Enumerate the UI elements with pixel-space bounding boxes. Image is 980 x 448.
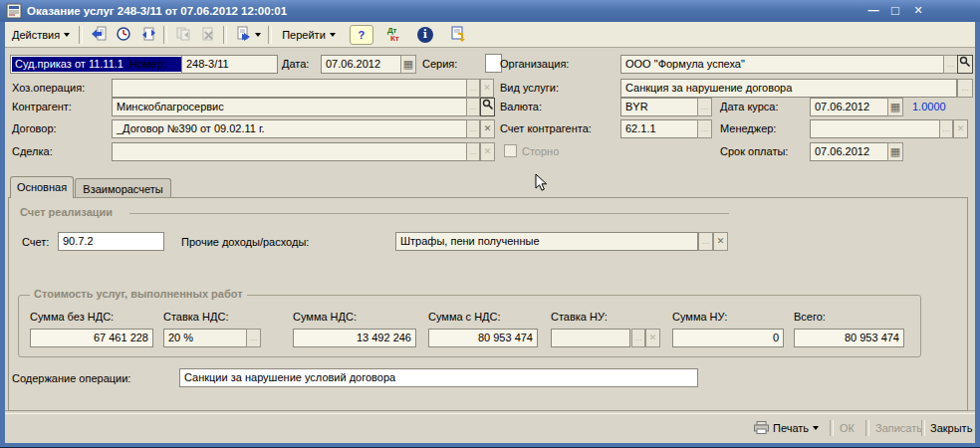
vat-rate-label: Ставка НДС: [163,311,228,323]
footer-button-separator [830,420,834,436]
currency-ellipsis-button[interactable]: ... [697,98,712,116]
number-field[interactable]: 248-3/11 [181,55,278,74]
date-field[interactable]: 07.06.2012 [321,55,401,74]
vat-rate-ellipsis-button[interactable]: ... [246,329,261,347]
other-income-field[interactable]: Штрафы, пени полученные [395,232,698,251]
tax-rate-field[interactable] [551,329,630,347]
rate-date-calendar-button[interactable]: ▦ [887,98,903,116]
ok-button[interactable]: ОК [835,417,859,439]
post-document-button[interactable] [136,24,160,46]
counterparty-ellipsis-button[interactable]: ... [466,98,480,116]
window-border-left [0,22,5,448]
actions-button[interactable]: Действия [6,24,76,46]
printer-icon [754,421,769,436]
manager-label: Менеджер: [720,122,776,134]
other-income-ellipsis-button[interactable]: ... [698,232,713,251]
minimize-button[interactable]: — [864,2,882,19]
title-bar: Оказание услуг 248-3/11 от 07.06.2012 12… [0,0,980,22]
counterparty-account-ellipsis-button[interactable]: ... [697,119,712,138]
set-time-icon [116,26,131,44]
payment-due-calendar-button[interactable]: ▦ [887,142,903,161]
reread-button[interactable] [87,24,111,46]
dt-kt-postings-button[interactable]: Дт Кт [381,24,405,46]
counterparty-field[interactable]: Минскоблагросервис [112,98,467,116]
contract-field[interactable]: _Договор №390 от 09.02.11 г. [112,119,467,138]
manager-ellipsis-button[interactable]: ... [939,119,953,138]
subordination-structure-icon [450,26,466,44]
date-calendar-button[interactable]: ▦ [400,55,416,74]
service-kind-label: Вид услуги: [500,82,559,94]
tax-sum-field[interactable]: 0 [672,329,784,347]
toolbar-separator [79,26,83,44]
deal-ellipsis-button[interactable]: ... [466,142,480,161]
magnifier-icon [959,60,971,70]
business-operation-label: Хоз.операция: [12,82,85,94]
save-button[interactable]: Записать [870,417,927,439]
other-income-label: Прочие доходы/расходы: [181,236,309,248]
help-button[interactable]: ? [350,25,373,45]
currency-field[interactable]: BYR [620,98,698,116]
deal-clear-button[interactable]: ✕ [480,142,495,161]
sum-with-vat-label: Сумма с НДС: [428,311,501,323]
rate-date-field[interactable]: 07.06.2012 [810,98,888,116]
dropdown-caret-icon [64,33,70,37]
currency-label: Валюта: [500,101,542,112]
go-to-button-label: Перейти [282,29,326,41]
service-kind-ellipsis-button[interactable]: ... [957,79,973,98]
tab-mutual-settlements[interactable]: Взаиморасчеты [75,178,171,198]
date-label: Дата: [282,58,309,70]
counterparty-magnifier-button[interactable] [480,98,495,116]
rate-date-label: Дата курса: [720,101,779,112]
sum-with-vat-field[interactable]: 80 953 474 [428,329,538,347]
organization-ellipsis-button[interactable]: ... [943,55,958,74]
go-to-button[interactable]: Перейти [276,24,342,46]
actions-button-label: Действия [12,29,60,41]
payment-due-field[interactable]: 07.06.2012 [810,142,888,161]
set-time-button[interactable] [112,24,135,46]
dropdown-caret-icon [330,33,336,37]
counterparty-account-label: Счет контрагента: [500,122,592,134]
organization-field[interactable]: ООО "Формула успеха" [620,55,944,74]
counterparty-account-field[interactable]: 62.1.1 [620,119,698,138]
print-button[interactable]: Печать [749,417,824,439]
storno-checkbox[interactable] [504,144,517,157]
tax-rate-clear-button[interactable]: ✕ [645,329,660,347]
business-operation-field[interactable] [112,79,467,98]
storno-label: Сторно [522,145,559,157]
business-operation-clear-button[interactable]: ✕ [480,79,494,98]
vat-rate-field[interactable]: 20 % [163,329,247,347]
subordination-structure-button[interactable] [446,24,470,46]
service-kind-field[interactable]: Санкция за нарушение договора [620,79,957,98]
footer-button-separator [865,420,869,436]
manager-clear-button[interactable]: ✕ [953,119,968,138]
operation-content-field[interactable]: Санкции за нарушение условий договора [179,368,698,387]
dropdown-caret-icon [813,426,819,430]
business-operation-ellipsis-button[interactable]: ... [466,79,480,98]
other-income-clear-button[interactable]: ✕ [713,232,728,251]
info-button[interactable]: i [413,24,437,46]
sum-without-vat-label: Сумма без НДС: [30,311,114,323]
mark-deletion-button-disabled [196,24,220,46]
copy-button-disabled [171,24,195,46]
total-field[interactable]: 80 953 474 [794,329,904,347]
reread-icon [91,26,107,44]
contract-clear-button[interactable]: ✕ [480,119,495,138]
contract-label: Договор: [12,122,57,134]
account-field[interactable]: 90.7.2 [58,232,164,251]
contract-ellipsis-button[interactable]: ... [466,119,480,138]
organization-magnifier-button[interactable] [957,55,973,74]
tax-rate-ellipsis-button[interactable]: ... [631,329,645,347]
manager-field[interactable] [810,119,940,138]
close-button[interactable]: ✕ [909,2,927,19]
mark-deletion-icon [200,26,216,44]
tab-main[interactable]: Основная [10,176,74,198]
maximize-button[interactable]: □ [886,2,904,19]
dt-kt-icon: Дт Кт [387,27,399,43]
sum-without-vat-field[interactable]: 67 461 228 [30,329,153,347]
close-window-button[interactable]: Закрыть [925,417,977,439]
deal-field[interactable] [112,142,467,161]
dropdown-caret-icon [255,33,261,37]
payment-due-label: Срок оплаты: [720,145,788,157]
vat-sum-field[interactable]: 13 492 246 [293,329,416,347]
output-button[interactable] [231,24,265,46]
